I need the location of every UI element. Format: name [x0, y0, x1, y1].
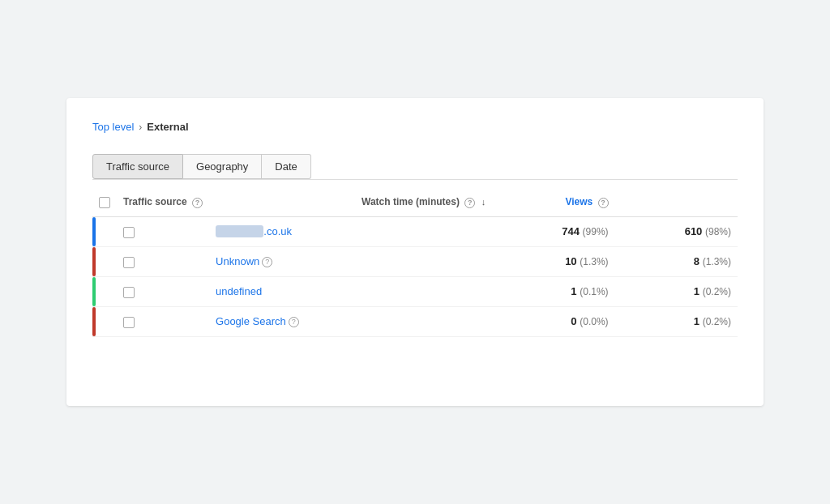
col-views-label-link[interactable]: Views	[565, 196, 593, 207]
breadcrumb: Top level › External	[92, 121, 738, 133]
row-source-cell: ██████.co.uk	[209, 216, 492, 246]
row-checkbox[interactable]	[123, 257, 135, 268]
table-row: Google Search?0 (0.0%)1 (0.2%)	[92, 306, 738, 336]
row-color-cell	[92, 246, 117, 276]
row-checkbox-cell	[117, 216, 209, 246]
row-watch-time-cell: 1 (0.1%)	[492, 276, 614, 306]
row-color-cell	[92, 306, 117, 336]
views-value: 1	[694, 315, 700, 327]
views-percent: (98%)	[705, 226, 731, 237]
row-color-bar	[92, 247, 96, 276]
col-source-help-icon[interactable]: ?	[192, 198, 203, 208]
row-views-cell: 1 (0.2%)	[615, 276, 738, 306]
main-card: Top level › External Traffic source Geog…	[66, 98, 764, 406]
views-percent: (1.3%)	[703, 256, 731, 267]
breadcrumb-current: External	[147, 121, 188, 133]
col-views-help-icon[interactable]: ?	[598, 198, 609, 208]
source-link[interactable]: Google Search	[216, 315, 286, 327]
header-checkbox-cell	[92, 188, 117, 216]
row-checkbox[interactable]	[123, 287, 135, 298]
col-watch-time-label: Watch time (minutes)	[362, 196, 460, 207]
row-views-cell: 1 (0.2%)	[615, 306, 738, 336]
watch-percent: (0.0%)	[580, 316, 608, 327]
tab-traffic-source[interactable]: Traffic source	[92, 154, 183, 179]
col-header-views: Views ?	[492, 188, 614, 216]
tabs-row: Traffic source Geography Date	[92, 144, 738, 180]
breadcrumb-separator: ›	[139, 122, 142, 133]
watch-value: 1	[571, 285, 576, 297]
col-header-source: Traffic source ?	[117, 188, 209, 216]
views-value: 610	[685, 225, 703, 237]
source-blurred-text: ██████	[216, 225, 263, 237]
data-table-wrap: Traffic source ? Watch time (minutes) ? …	[92, 188, 738, 337]
row-source-cell: undefined	[209, 276, 492, 306]
row-views-cell: 8 (1.3%)	[615, 246, 738, 276]
col-watch-time-help-icon[interactable]: ?	[464, 198, 475, 208]
row-source-cell: Google Search?	[209, 306, 492, 336]
source-help-icon[interactable]: ?	[262, 257, 272, 267]
table-header-row: Traffic source ? Watch time (minutes) ? …	[92, 188, 738, 216]
source-link[interactable]: undefined	[216, 285, 262, 297]
row-color-bar	[92, 277, 96, 306]
tab-date[interactable]: Date	[262, 154, 310, 179]
table-row: Unknown?10 (1.3%)8 (1.3%)	[92, 246, 738, 276]
row-color-bar	[92, 307, 96, 336]
breadcrumb-parent[interactable]: Top level	[92, 121, 134, 133]
source-link[interactable]: .co.uk	[263, 225, 292, 237]
table-row: ██████.co.uk744 (99%)610 (98%)	[92, 216, 738, 246]
data-table: Traffic source ? Watch time (minutes) ? …	[92, 188, 738, 337]
row-watch-time-cell: 10 (1.3%)	[492, 246, 614, 276]
row-checkbox-cell	[117, 246, 209, 276]
row-watch-time-cell: 0 (0.0%)	[492, 306, 614, 336]
row-color-bar	[92, 217, 96, 246]
views-value: 1	[694, 285, 700, 297]
watch-percent: (1.3%)	[580, 256, 608, 267]
watch-percent: (0.1%)	[580, 286, 608, 297]
source-link[interactable]: Unknown	[216, 255, 259, 267]
row-checkbox[interactable]	[123, 227, 135, 238]
col-watch-time-sort-icon[interactable]: ↓	[481, 197, 486, 207]
tabs: Traffic source Geography Date	[92, 154, 738, 180]
col-header-watch-time: Watch time (minutes) ? ↓	[209, 188, 492, 216]
watch-value: 744	[562, 225, 580, 237]
row-checkbox-cell	[117, 276, 209, 306]
row-checkbox[interactable]	[123, 317, 135, 328]
header-checkbox[interactable]	[99, 197, 110, 208]
row-color-cell	[92, 276, 117, 306]
watch-value: 10	[565, 255, 576, 267]
tab-geography[interactable]: Geography	[183, 154, 262, 179]
row-checkbox-cell	[117, 306, 209, 336]
views-percent: (0.2%)	[703, 316, 731, 327]
col-source-label: Traffic source	[123, 196, 187, 207]
row-watch-time-cell: 744 (99%)	[492, 216, 614, 246]
views-value: 8	[694, 255, 700, 267]
views-percent: (0.2%)	[703, 286, 731, 297]
watch-value: 0	[571, 315, 576, 327]
row-views-cell: 610 (98%)	[615, 216, 738, 246]
row-source-cell: Unknown?	[209, 246, 492, 276]
watch-percent: (99%)	[583, 226, 609, 237]
source-help-icon[interactable]: ?	[289, 317, 299, 327]
row-color-cell	[92, 216, 117, 246]
table-row: undefined1 (0.1%)1 (0.2%)	[92, 276, 738, 306]
